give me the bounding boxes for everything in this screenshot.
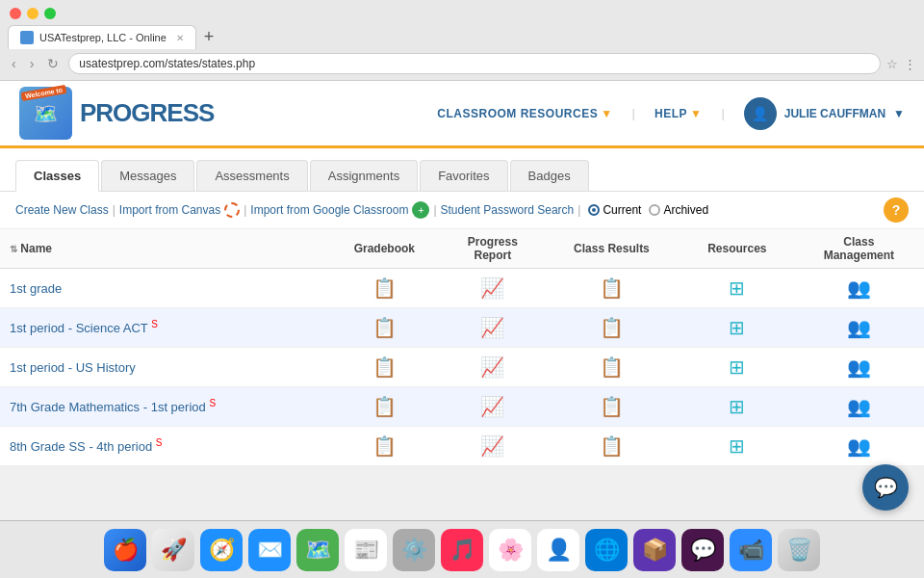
tab-favorites[interactable]: Favorites — [420, 160, 507, 191]
progress-report-icon-cell[interactable]: 📈 — [443, 308, 543, 348]
create-new-class-link[interactable]: Create New Class — [15, 203, 109, 217]
chat-fab-button[interactable]: 💬 — [862, 464, 909, 511]
dock-maps[interactable]: 🗺️ — [296, 529, 339, 571]
back-button[interactable]: ‹ — [8, 54, 20, 73]
filter-archived-radio[interactable]: Archived — [649, 203, 708, 217]
archived-radio-button[interactable] — [649, 204, 660, 216]
class-results-icon-cell[interactable]: 📋 — [543, 308, 680, 348]
user-menu[interactable]: 👤 JULIE CAUFFMAN ▼ — [744, 97, 905, 130]
import-from-canvas-link[interactable]: Import from Canvas — [119, 203, 220, 217]
help-menu[interactable]: HELP ▼ — [654, 107, 702, 120]
progress-report-icon-cell[interactable]: 📈 — [443, 387, 543, 427]
dock-edge[interactable]: 🌐 — [585, 529, 628, 571]
class-results-icon-cell[interactable]: 📋 — [543, 387, 680, 427]
class-management-icon[interactable]: 👥 — [847, 317, 871, 338]
resources-icon[interactable]: ⊞ — [729, 435, 745, 457]
class-results-icon-cell[interactable]: 📋 — [543, 348, 680, 387]
tab-bar: USATestprep, LLC - Online ✕ + — [0, 25, 924, 49]
resources-icon[interactable]: ⊞ — [729, 356, 745, 378]
tab-assessments[interactable]: Assessments — [196, 160, 307, 191]
classroom-resources-menu[interactable]: CLASSROOM RESOURCES ▼ — [437, 107, 612, 120]
help-button[interactable]: ? — [884, 197, 909, 223]
gradebook-icon-cell[interactable]: 📋 — [326, 427, 443, 466]
dock-mail[interactable]: ✉️ — [248, 529, 291, 571]
minimize-dot[interactable] — [27, 8, 38, 19]
dock-app1[interactable]: 📦 — [633, 529, 676, 571]
resources-icon-cell[interactable]: ⊞ — [680, 427, 794, 466]
dock-news[interactable]: 📰 — [345, 529, 387, 571]
dock-music[interactable]: 🎵 — [441, 529, 483, 571]
gradebook-icon-cell[interactable]: 📋 — [326, 308, 443, 348]
resources-icon[interactable]: ⊞ — [729, 396, 745, 417]
progress-report-icon-cell[interactable]: 📈 — [443, 427, 543, 466]
gradebook-icon-cell[interactable]: 📋 — [326, 269, 443, 308]
dock-contacts[interactable]: 👤 — [537, 529, 579, 571]
class-management-icon-cell[interactable]: 👥 — [794, 427, 924, 466]
settings-icon[interactable]: ⋮ — [904, 57, 916, 71]
class-management-icon[interactable]: 👥 — [847, 396, 871, 417]
dock-finder[interactable]: 🍎 — [104, 529, 146, 571]
progress-report-icon[interactable]: 📈 — [480, 356, 504, 378]
gradebook-icon[interactable]: 📋 — [372, 356, 397, 378]
sort-icon[interactable]: ⇅ — [10, 244, 17, 254]
gradebook-icon[interactable]: 📋 — [372, 396, 397, 417]
dock-zoom[interactable]: 📹 — [730, 529, 772, 571]
progress-report-icon[interactable]: 📈 — [480, 435, 504, 457]
dock-slack[interactable]: 💬 — [681, 529, 724, 571]
refresh-button[interactable]: ↻ — [43, 54, 63, 73]
class-management-icon-cell[interactable]: 👥 — [794, 387, 924, 427]
tab-badges[interactable]: Badges — [510, 160, 589, 191]
class-results-icon-cell[interactable]: 📋 — [543, 269, 680, 308]
tab-close-button[interactable]: ✕ — [176, 33, 184, 43]
dock-settings[interactable]: ⚙️ — [393, 529, 435, 571]
progress-report-icon[interactable]: 📈 — [480, 277, 504, 299]
resources-icon-cell[interactable]: ⊞ — [680, 348, 794, 387]
tab-classes[interactable]: Classes — [15, 160, 99, 192]
class-management-icon[interactable]: 👥 — [847, 356, 871, 378]
class-results-icon[interactable]: 📋 — [600, 317, 624, 338]
class-management-icon-cell[interactable]: 👥 — [794, 269, 924, 308]
gradebook-icon[interactable]: 📋 — [372, 277, 397, 299]
url-input[interactable] — [68, 53, 881, 74]
dock-safari[interactable]: 🧭 — [200, 529, 243, 571]
browser-tab-active[interactable]: USATestprep, LLC - Online ✕ — [8, 25, 196, 49]
class-management-icon-cell[interactable]: 👥 — [794, 348, 924, 387]
class-results-icon[interactable]: 📋 — [600, 277, 624, 299]
class-results-icon[interactable]: 📋 — [600, 396, 624, 417]
gradebook-icon-cell[interactable]: 📋 — [326, 348, 443, 387]
class-management-icon[interactable]: 👥 — [847, 435, 871, 457]
resources-icon-cell[interactable]: ⊞ — [680, 308, 794, 348]
gradebook-icon[interactable]: 📋 — [372, 435, 397, 457]
resources-icon[interactable]: ⊞ — [729, 317, 745, 338]
close-dot[interactable] — [10, 8, 21, 19]
progress-report-icon-cell[interactable]: 📈 — [443, 348, 543, 387]
progress-report-icon[interactable]: 📈 — [480, 396, 504, 417]
resources-icon-cell[interactable]: ⊞ — [680, 269, 794, 308]
resources-icon[interactable]: ⊞ — [729, 277, 745, 299]
filter-current-radio[interactable]: Current — [588, 203, 641, 217]
maximize-dot[interactable] — [44, 8, 56, 19]
table-row: 7th Grade Mathematics - 1st period S 📋 📈… — [0, 387, 924, 427]
dock-photos[interactable]: 🌸 — [489, 529, 531, 571]
tab-messages[interactable]: Messages — [101, 160, 194, 191]
class-management-icon-cell[interactable]: 👥 — [794, 308, 924, 348]
dock-trash[interactable]: 🗑️ — [778, 529, 820, 571]
progress-report-icon[interactable]: 📈 — [480, 317, 504, 338]
tab-assignments[interactable]: Assignments — [310, 160, 418, 191]
current-radio-button[interactable] — [588, 204, 600, 216]
gradebook-icon-cell[interactable]: 📋 — [326, 387, 443, 427]
progress-report-icon-cell[interactable]: 📈 — [443, 269, 543, 308]
student-password-search-link[interactable]: Student Password Search — [441, 203, 575, 217]
import-from-google-link[interactable]: Import from Google Classroom — [250, 203, 408, 217]
class-management-icon[interactable]: 👥 — [847, 277, 871, 299]
address-bar: ‹ › ↻ ☆ ⋮ — [0, 49, 924, 80]
bookmark-icon[interactable]: ☆ — [886, 57, 898, 71]
new-tab-button[interactable]: + — [200, 27, 218, 47]
gradebook-icon[interactable]: 📋 — [372, 317, 397, 338]
class-results-icon[interactable]: 📋 — [600, 435, 624, 457]
resources-icon-cell[interactable]: ⊞ — [680, 387, 794, 427]
class-results-icon-cell[interactable]: 📋 — [543, 427, 680, 466]
forward-button[interactable]: › — [26, 54, 38, 73]
dock-launchpad[interactable]: 🚀 — [152, 529, 194, 571]
class-results-icon[interactable]: 📋 — [600, 356, 624, 378]
